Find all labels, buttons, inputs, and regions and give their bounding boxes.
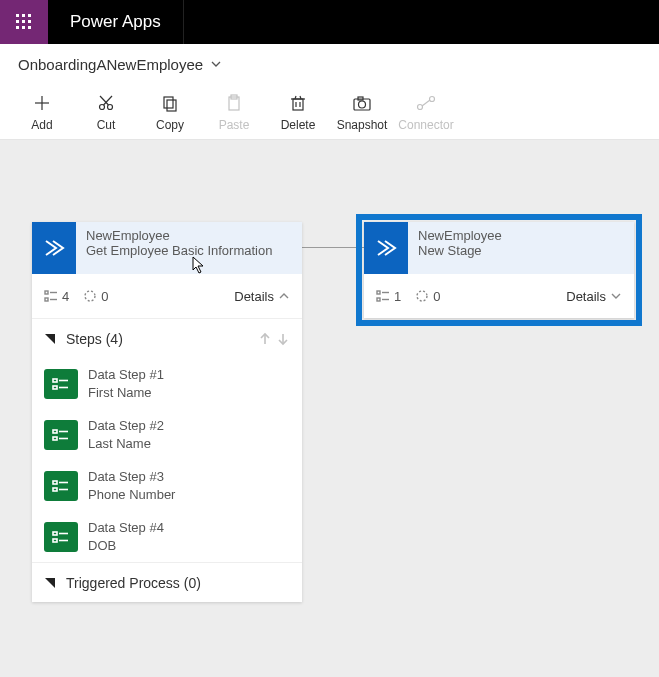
steps-section-header[interactable]: Steps (4) [32,318,302,358]
svg-rect-53 [53,539,57,542]
step-field: Phone Number [88,486,175,504]
svg-rect-6 [16,26,19,29]
svg-point-60 [417,291,427,301]
trash-icon [289,94,307,112]
step-label: Data Step #2 [88,417,164,435]
data-step[interactable]: Data Step #1 First Name [32,358,302,409]
stage-steps-count: 4 [62,289,69,304]
chevron-down-icon[interactable] [209,57,223,71]
waffle-icon [16,14,32,30]
svg-rect-2 [28,14,31,17]
copy-button[interactable]: Copy [138,84,202,140]
app-launcher-button[interactable] [0,0,48,44]
stage-chevron-icon [32,222,76,274]
paste-label: Paste [219,118,250,132]
svg-rect-1 [22,14,25,17]
stage-entity: NewEmployee [418,228,502,243]
app-title: Power Apps [48,0,184,44]
triggered-header-label: Triggered Process (0) [66,575,201,591]
scissors-icon [97,94,115,112]
svg-rect-33 [45,298,48,301]
stage-card-selected[interactable]: NewEmployee New Stage 1 0 Details [364,222,634,318]
svg-rect-8 [28,26,31,29]
stage-details-toggle[interactable]: Details [234,289,290,304]
svg-rect-19 [293,99,303,110]
svg-rect-47 [53,481,57,484]
chevron-up-icon [278,290,290,302]
stage-entity: NewEmployee [86,228,272,243]
steps-count-icon [376,289,390,303]
svg-rect-41 [53,386,57,389]
data-step[interactable]: Data Step #4 DOB [32,511,302,562]
connector-label: Connector [398,118,453,132]
svg-point-29 [430,96,435,101]
svg-rect-45 [53,437,57,440]
svg-point-12 [108,104,113,109]
svg-rect-49 [53,488,57,491]
form-icon [44,522,78,552]
svg-rect-58 [377,298,380,301]
details-label: Details [234,289,274,304]
svg-point-35 [85,291,95,301]
svg-point-26 [359,101,366,108]
connector-button: Connector [394,84,458,140]
copy-label: Copy [156,118,184,132]
steps-header-label: Steps (4) [66,331,123,347]
chevron-down-icon [610,290,622,302]
canvas[interactable]: NewEmployee Get Employee Basic Informati… [0,140,659,677]
process-count-icon [83,289,97,303]
camera-icon [352,94,372,112]
add-button[interactable]: Add [10,84,74,140]
plus-icon [33,94,51,112]
arrow-up-icon [258,332,272,346]
snapshot-label: Snapshot [337,118,388,132]
stage-connector [302,247,364,248]
svg-rect-16 [167,100,176,111]
svg-rect-7 [22,26,25,29]
cut-button[interactable]: Cut [74,84,138,140]
step-field: DOB [88,537,164,555]
stage-chevron-icon [364,222,408,274]
step-field: First Name [88,384,164,402]
flow-name[interactable]: OnboardingANewEmployee [18,56,203,73]
svg-rect-3 [16,20,19,23]
svg-rect-31 [45,291,48,294]
form-icon [44,471,78,501]
triangle-down-icon [44,333,56,345]
delete-label: Delete [281,118,316,132]
svg-rect-39 [53,379,57,382]
step-label: Data Step #4 [88,519,164,537]
stage-name: Get Employee Basic Information [86,243,272,258]
steps-count-icon [44,289,58,303]
stage-details-toggle[interactable]: Details [566,289,622,304]
copy-icon [161,94,179,112]
step-label: Data Step #1 [88,366,164,384]
triggered-section-header[interactable]: Triggered Process (0) [32,562,302,602]
paste-button: Paste [202,84,266,140]
svg-rect-5 [28,20,31,23]
stage-steps-count: 1 [394,289,401,304]
svg-line-30 [422,100,430,106]
svg-rect-43 [53,430,57,433]
process-count-icon [415,289,429,303]
toolbar: Add Cut Copy Paste Delete Snapshot Conne… [0,84,659,140]
stage-card[interactable]: NewEmployee Get Employee Basic Informati… [32,222,302,602]
details-label: Details [566,289,606,304]
data-step[interactable]: Data Step #2 Last Name [32,409,302,460]
svg-rect-15 [164,97,173,108]
stage-process-count: 0 [101,289,108,304]
add-label: Add [31,118,52,132]
clipboard-icon [225,94,243,112]
svg-marker-55 [45,578,55,588]
svg-rect-0 [16,14,19,17]
form-icon [44,420,78,450]
data-step[interactable]: Data Step #3 Phone Number [32,460,302,511]
cut-label: Cut [97,118,116,132]
snapshot-button[interactable]: Snapshot [330,84,394,140]
svg-rect-56 [377,291,380,294]
delete-button[interactable]: Delete [266,84,330,140]
svg-marker-36 [45,334,55,344]
stage-name: New Stage [418,243,502,258]
step-label: Data Step #3 [88,468,175,486]
connector-icon [416,94,436,112]
